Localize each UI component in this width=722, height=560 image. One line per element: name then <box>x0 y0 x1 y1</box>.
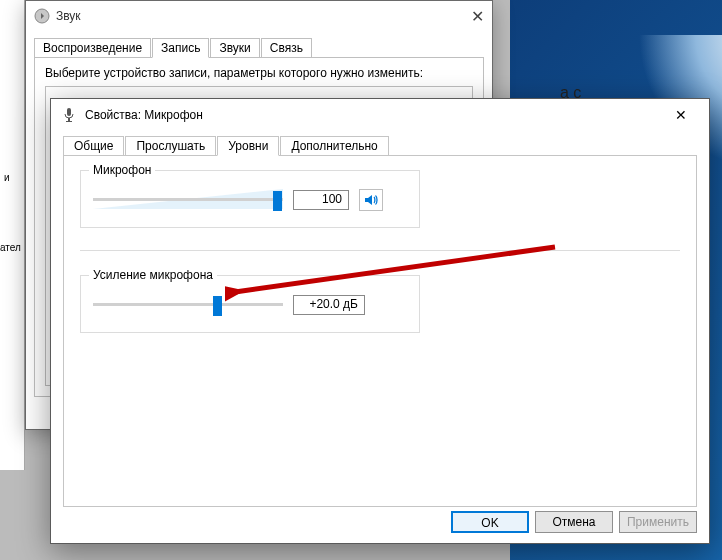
close-icon[interactable]: ✕ <box>460 7 484 26</box>
svg-rect-2 <box>68 118 70 121</box>
ok-button[interactable]: OK <box>451 511 529 533</box>
mic-boost-label: Усиление микрофона <box>89 268 217 282</box>
mute-button[interactable] <box>359 189 383 211</box>
apply-button[interactable]: Применить <box>619 511 697 533</box>
tab-advanced[interactable]: Дополнительно <box>280 136 388 156</box>
mic-properties-window: Свойства: Микрофон ✕ Общие Прослушать Ур… <box>50 98 710 544</box>
mic-boost-slider[interactable] <box>93 294 283 316</box>
background-text-fragment: и <box>4 172 10 183</box>
slider-thumb[interactable] <box>213 296 222 316</box>
microphone-icon <box>61 107 77 123</box>
mic-properties-title: Свойства: Микрофон <box>85 108 655 122</box>
mic-level-value[interactable]: 100 <box>293 190 349 210</box>
sound-icon <box>34 8 50 24</box>
mic-level-group: Микрофон 100 <box>80 170 420 228</box>
sound-window-title: Звук <box>56 9 454 23</box>
mic-level-label: Микрофон <box>89 163 155 177</box>
svg-rect-1 <box>67 108 71 116</box>
levels-panel: Микрофон 100 <box>63 155 697 507</box>
slider-track <box>93 198 283 201</box>
tab-levels[interactable]: Уровни <box>217 136 279 156</box>
tab-playback[interactable]: Воспроизведение <box>34 38 151 58</box>
slider-track <box>93 303 283 306</box>
tab-sounds[interactable]: Звуки <box>210 38 259 58</box>
tab-general[interactable]: Общие <box>63 136 124 156</box>
close-icon[interactable]: ✕ <box>663 107 699 123</box>
sound-tabs: Воспроизведение Запись Звуки Связь <box>34 38 484 58</box>
mic-properties-titlebar[interactable]: Свойства: Микрофон ✕ <box>51 99 709 131</box>
tab-communication[interactable]: Связь <box>261 38 312 58</box>
mic-boost-group: Усиление микрофона +20.0 дБ <box>80 275 420 333</box>
mic-boost-value[interactable]: +20.0 дБ <box>293 295 365 315</box>
dialog-buttons: OK Отмена Применить <box>451 511 697 533</box>
cancel-button[interactable]: Отмена <box>535 511 613 533</box>
background-window-strip <box>0 0 25 470</box>
mic-level-slider[interactable] <box>93 189 283 211</box>
background-text-fragment: ател <box>0 242 21 253</box>
divider <box>80 250 680 251</box>
mic-properties-tabs: Общие Прослушать Уровни Дополнительно <box>63 136 697 156</box>
speaker-icon <box>363 192 379 208</box>
sound-window-titlebar[interactable]: Звук ✕ <box>26 1 492 31</box>
tab-listen[interactable]: Прослушать <box>125 136 216 156</box>
tab-recording[interactable]: Запись <box>152 38 209 58</box>
recording-hint-text: Выберите устройство записи, параметры ко… <box>45 66 473 80</box>
slider-thumb[interactable] <box>273 191 282 211</box>
svg-rect-3 <box>66 121 72 122</box>
